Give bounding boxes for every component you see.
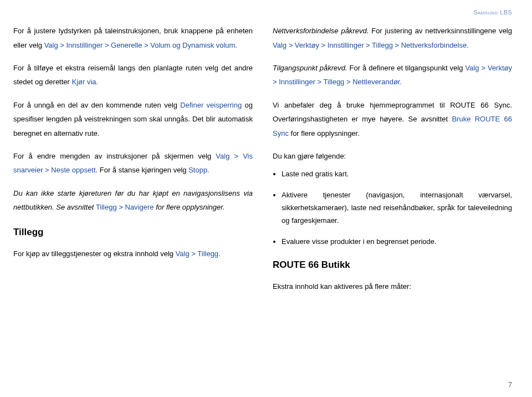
features-list-3: Evaluere visse produkter i en begrenset … (273, 235, 512, 248)
features-list-2: Aktivere tjenester (navigasjon, internas… (273, 189, 512, 227)
text: for flere opplysninger. (289, 129, 360, 138)
text: For å tilføye et ekstra reisemål langs d… (13, 64, 253, 86)
para-block-route: For å unngå en del av den kommende ruten… (13, 98, 253, 140)
text: For å endre mengden av instruksjoner på … (13, 152, 216, 160)
text: For kjøp av tilleggstjenester og ekstra … (13, 250, 176, 258)
heading-tillegg: Tillegg (13, 223, 253, 241)
para-volume: For å justere lydstyrken på taleinstruks… (13, 24, 253, 52)
valg-tillegg-link: Valg > Tillegg. (176, 250, 221, 258)
right-column: Nettverksforbindelse påkrevd. For juster… (273, 24, 512, 293)
nett-settings-path: Valg > Verktøy > Innstillinger > Tillegg… (273, 41, 469, 49)
para-extra-content: Ekstra innhold kan aktiveres på flere må… (273, 279, 512, 293)
brand-header: Samsung LBS (13, 7, 512, 18)
text: For å definere et tilgangspunkt velg (347, 64, 466, 72)
text: For å stanse kjøringen velg (98, 166, 188, 174)
para-access-point: Tilgangspunkt påkrevd. For å definere et… (273, 61, 512, 89)
para-sync: Vi anbefaler deg å bruke hjemmeprogramme… (273, 98, 512, 140)
list-item: Evaluere visse produkter i en begrenset … (282, 235, 512, 248)
notice-text-end: for flere opplysninger. (154, 203, 225, 211)
text: For å unngå en del av den kommende ruten… (13, 101, 180, 109)
drive-via-link: Kjør via. (72, 78, 99, 86)
network-required: Nettverksforbindelse påkrevd. (273, 27, 369, 35)
para-you-can: Du kan gjøre følgende: (273, 149, 512, 163)
tillegg-navigere-link: Tillegg > Navigere (96, 203, 154, 211)
heading-butikk: ROUTE 66 Butikk (273, 256, 512, 274)
list-item: Laste ned gratis kart. (282, 167, 512, 180)
stop-link: Stopp. (188, 166, 209, 174)
left-column: For å justere lydstyrken på taleinstruks… (13, 24, 253, 293)
page-number: 7 (508, 379, 512, 391)
list-item: Aktivere tjenester (navigasjon, internas… (282, 189, 512, 227)
para-screen-instr: For å endre mengden av instruksjoner på … (13, 149, 253, 177)
menu-path-volume: Valg > Innstillinger > Generelle > Volum… (44, 41, 237, 49)
para-license: Du kan ikke starte kjøreturen før du har… (13, 186, 253, 215)
para-add-dest: For å tilføye et ekstra reisemål langs d… (13, 61, 253, 89)
features-list: Laste ned gratis kart. (273, 167, 512, 180)
text: For justering av nettverksinnstillingene… (369, 27, 512, 35)
two-column-layout: For å justere lydstyrken på taleinstruks… (13, 24, 512, 293)
para-buy-extras: For kjøp av tilleggstjenester og ekstra … (13, 247, 253, 261)
ap-required: Tilgangspunkt påkrevd. (273, 64, 347, 72)
define-block-link: Definer veisperring (180, 101, 242, 109)
para-network: Nettverksforbindelse påkrevd. For juster… (273, 24, 512, 52)
